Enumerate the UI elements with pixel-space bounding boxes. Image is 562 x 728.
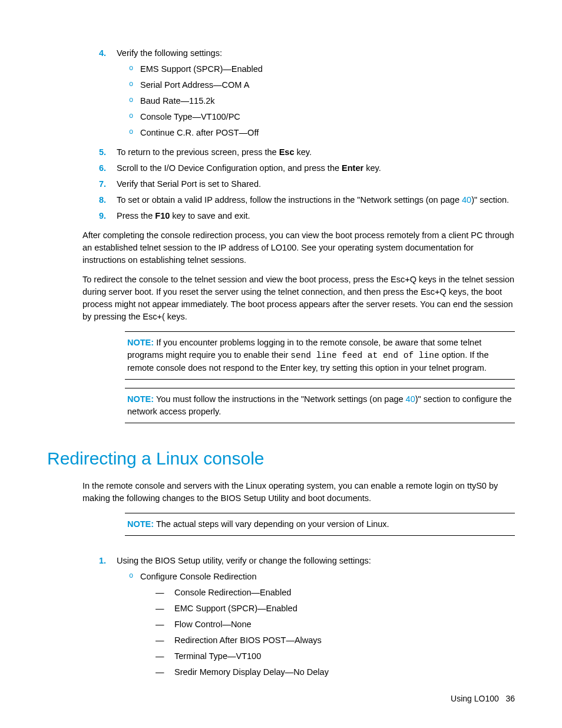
footer-label: Using LO100 [451,694,499,703]
key-name: Enter [342,163,363,173]
list-item: —Console Redirection—Enabled [140,587,515,599]
step-8: 8. To set or obtain a valid IP address, … [82,194,515,206]
step-body: Scroll to the I/O Device Configuration o… [117,162,515,174]
step-body: To return to the previous screen, press … [117,146,515,159]
circle-bullet-icon: o [117,63,140,75]
list-item: oEMS Support (SPCR)—Enabled [117,63,515,75]
page-footer: Using LO100 36 [451,693,515,704]
list-item: o Configure Console Redirection —Console… [117,571,515,682]
text: key. [294,147,312,157]
text: To set or obtain a valid IP address, fol… [117,195,462,205]
note-box: NOTE: If you encounter problems logging … [125,331,515,380]
dash-icon: — [156,666,174,678]
circle-bullet-icon: o [117,127,140,139]
list-item: oBaud Rate—115.2k [117,95,515,107]
list-text: Serial Port Address—COM A [140,79,249,91]
step-text: Using the BIOS Setup utility, verify or … [117,555,515,567]
list-item: —Terminal Type—VT100 [140,650,515,663]
step-number: 8. [82,194,117,206]
step-9: 9. Press the F10 key to save and exit. [82,210,515,222]
list-text: Continue C.R. after POST—Off [140,127,259,139]
step-text: Verify the following settings: [117,47,515,60]
dash-icon: — [156,634,174,647]
list-item: —Redirection After BIOS POST—Always [140,634,515,647]
note-label: NOTE: [127,394,154,404]
step-4-sublist: oEMS Support (SPCR)—Enabled oSerial Port… [117,63,515,139]
list-text: EMC Support (SPCR)—Enabled [174,602,297,615]
page: 4. Verify the following settings: oEMS S… [0,0,562,728]
key-name: Esc [279,147,295,157]
step-number: 7. [82,178,117,190]
list-text: Redirection After BIOS POST—Always [174,634,322,647]
paragraph: After completing the console redirection… [82,229,515,266]
list-item: oConsole Type—VT100/PC [117,111,515,123]
dash-icon: — [156,650,174,663]
content-column: 4. Verify the following settings: oEMS S… [47,47,515,686]
list-item: oContinue C.R. after POST—Off [117,127,515,139]
key-name: F10 [155,211,170,220]
dash-icon: — [156,587,174,599]
circle-bullet-icon: o [117,95,140,107]
step-5: 5. To return to the previous screen, pre… [82,146,515,159]
step-body: To set or obtain a valid IP address, fol… [117,194,515,206]
circle-bullet-icon: o [117,571,140,682]
step-number: 9. [82,210,117,222]
text: )" section. [471,195,509,205]
step-7: 7. Verify that Serial Port is set to Sha… [82,178,515,190]
code-text: send line feed at end of line [290,351,439,360]
note-box: NOTE: The actual steps will vary dependi… [125,513,515,536]
circle-bullet-icon: o [117,111,140,123]
paragraph: To redirect the console to the telnet se… [82,274,515,323]
list-text: Console Type—VT100/PC [140,111,240,123]
linux-step-1: 1. Using the BIOS Setup utility, verify … [82,555,515,686]
text: Scroll to the I/O Device Configuration o… [117,163,342,173]
list-text: Flow Control—None [174,618,252,631]
dash-list: —Console Redirection—Enabled —EMC Suppor… [140,587,515,678]
note-box: NOTE: You must follow the instructions i… [125,388,515,423]
dash-icon: — [156,618,174,631]
list-text: Terminal Type—VT100 [174,650,261,663]
circle-bullet-icon: o [117,79,140,91]
list-text: Configure Console Redirection [140,571,515,583]
sublist: o Configure Console Redirection —Console… [117,571,515,682]
text: key to save and exit. [170,211,250,220]
list-body: Configure Console Redirection —Console R… [140,571,515,682]
note-label: NOTE: [127,338,154,347]
list-text: EMS Support (SPCR)—Enabled [140,63,263,75]
step-number: 5. [82,146,117,159]
note-text: You must follow the instructions in the … [154,394,406,404]
spacer [82,544,515,555]
step-body: Press the F10 key to save and exit. [117,210,515,222]
footer-page-number: 36 [505,694,515,703]
note-text: The actual steps will vary depending on … [154,519,389,529]
step-4: 4. Verify the following settings: oEMS S… [82,47,515,143]
step-body: Verify the following settings: oEMS Supp… [117,47,515,143]
step-number: 1. [82,555,117,686]
list-text: Baud Rate—115.2k [140,95,215,107]
text: To return to the previous screen, press … [117,147,279,157]
list-text: Sredir Memory Display Delay—No Delay [174,666,329,678]
step-number: 6. [82,162,117,174]
page-link[interactable]: 40 [462,195,471,205]
step-number: 4. [82,47,117,143]
step-6: 6. Scroll to the I/O Device Configuratio… [82,162,515,174]
step-body: Verify that Serial Port is set to Shared… [117,178,515,190]
step-body: Using the BIOS Setup utility, verify or … [117,555,515,686]
list-item: —Sredir Memory Display Delay—No Delay [140,666,515,678]
list-item: —Flow Control—None [140,618,515,631]
page-link[interactable]: 40 [406,394,415,404]
text: Press the [117,211,155,220]
section-heading: Redirecting a Linux console [47,446,515,472]
text: key. [363,163,381,173]
dash-icon: — [156,602,174,615]
note-label: NOTE: [127,519,154,529]
list-item: —EMC Support (SPCR)—Enabled [140,602,515,615]
list-text: Console Redirection—Enabled [174,587,291,599]
paragraph: In the remote console and servers with t… [82,480,515,505]
list-item: oSerial Port Address—COM A [117,79,515,91]
